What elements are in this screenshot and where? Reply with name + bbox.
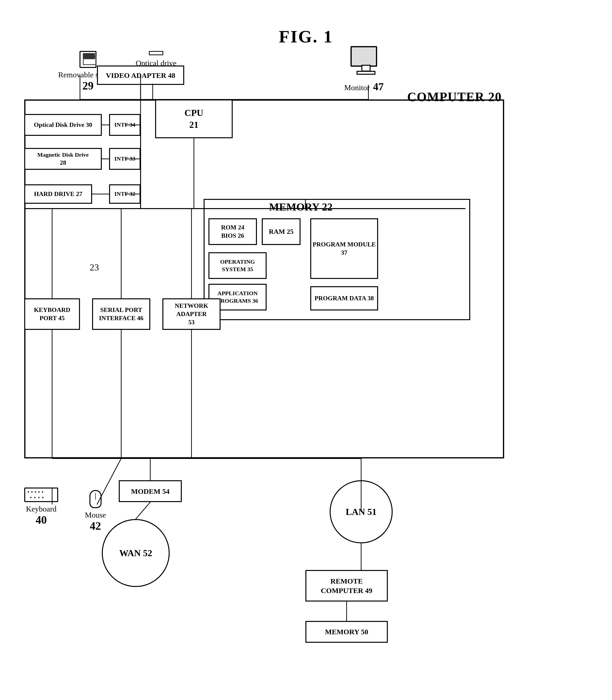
os-box: OPERATING SYSTEM 35	[208, 252, 267, 279]
lan-label: LAN 51	[346, 507, 377, 517]
optical-disk-drive-box: Optical Disk Drive 30	[24, 114, 102, 136]
keyboard-ext-number: 40	[24, 513, 58, 526]
bus-number: 23	[90, 262, 99, 272]
serial-port-box: SERIAL PORT INTERFACE 46	[92, 298, 150, 330]
keyboard-ext: Keyboard 40	[24, 487, 58, 526]
modem-label: MODEM 54	[131, 487, 169, 496]
keyboard-port-label: KEYBOARD PORT 45	[34, 306, 70, 322]
floppy-icon	[80, 51, 96, 68]
intf33-label: INTF 33	[114, 155, 135, 162]
network-adapter-box: NETWORK ADAPTER 53	[163, 298, 221, 330]
program-data-label: PROGRAM DATA 38	[315, 294, 374, 302]
network-adapter-label: NETWORK ADAPTER 53	[163, 302, 220, 326]
keyboard-ext-label: Keyboard	[24, 504, 58, 513]
lan-circle: LAN 51	[330, 480, 393, 543]
ram-label: RAM 25	[269, 227, 293, 236]
mouse-icon	[89, 490, 101, 508]
hard-drive-box: HARD DRIVE 27	[24, 184, 92, 204]
serial-port-label: SERIAL PORT INTERFACE 46	[99, 306, 143, 322]
intf34-label: INTF 34	[114, 121, 135, 129]
bus-label: 23	[90, 262, 99, 273]
intf32-box: INTF 32	[109, 184, 141, 204]
intf34-box: INTF 34	[109, 114, 141, 136]
magnetic-disk-drive-number: 28	[37, 159, 89, 167]
os-label: OPERATING SYSTEM 35	[220, 258, 255, 273]
memory50-box: MEMORY 50	[305, 621, 388, 643]
remote-computer-label: REMOTE COMPUTER 49	[321, 576, 373, 595]
ram-box: RAM 25	[262, 218, 301, 245]
keyboard-port-box: KEYBOARD PORT 45	[24, 298, 80, 330]
program-data-box: PROGRAM DATA 38	[310, 286, 378, 310]
intf33-box: INTF 33	[109, 148, 141, 170]
page-title: FIG. 1	[15, 12, 597, 47]
cpu-number: 21	[184, 119, 203, 131]
monitor-number: 47	[373, 81, 384, 93]
remote-computer-box: REMOTE COMPUTER 49	[305, 570, 388, 602]
memory50-label: MEMORY 50	[325, 628, 368, 636]
intf32-label: INTF 32	[114, 190, 135, 198]
cpu-box: CPU 21	[155, 99, 233, 138]
monitor-ext: Monitor 47	[344, 46, 384, 93]
svg-line-29	[136, 502, 150, 519]
video-adapter-label: VIDEO ADAPTER 48	[106, 71, 176, 80]
app-programs-label: APPLICATION PROGRAMS 36	[217, 290, 258, 305]
program-module-label: PROGRAM MODULE 37	[313, 240, 376, 257]
memory-label: MEMORY 22	[269, 201, 333, 213]
wan-circle: WAN 52	[102, 519, 170, 587]
keyboard-icon	[24, 487, 58, 502]
video-adapter-box: VIDEO ADAPTER 48	[97, 66, 184, 85]
mouse-ext-number: 42	[85, 520, 106, 533]
monitor-label: Monitor	[344, 83, 370, 92]
computer-label: COMPUTER 20	[407, 90, 502, 104]
magnetic-disk-drive-box: Magnetic Disk Drive 28	[24, 148, 102, 170]
rom-bios-label: ROM 24 BIOS 26	[221, 224, 244, 240]
program-module-box: PROGRAM MODULE 37	[310, 218, 378, 279]
monitor-icon	[350, 46, 377, 67]
mouse-ext: Mouse 42	[85, 490, 106, 533]
optical-disk-drive-label: Optical Disk Drive 30	[34, 121, 92, 129]
cpu-label: CPU	[184, 107, 203, 119]
mouse-ext-label: Mouse	[85, 511, 106, 520]
modem-box: MODEM 54	[119, 480, 182, 502]
cd-icon	[149, 51, 163, 55]
rom-bios-box: ROM 24 BIOS 26	[208, 218, 257, 245]
hard-drive-label: HARD DRIVE 27	[34, 190, 82, 198]
magnetic-disk-drive-label: Magnetic Disk Drive	[37, 151, 89, 159]
wan-label: WAN 52	[119, 548, 152, 558]
